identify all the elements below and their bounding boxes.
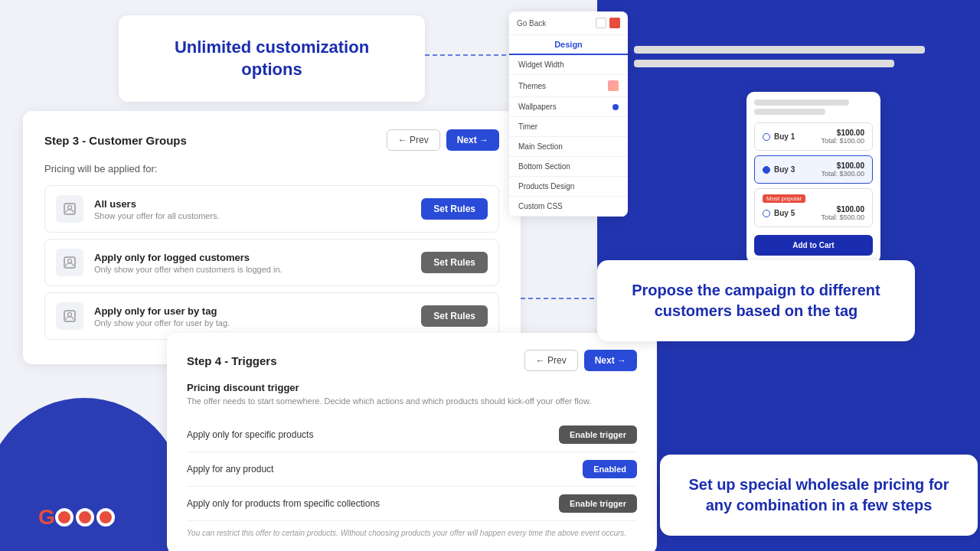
tag-sub: Only show your offer for user by tag. [94,318,230,328]
products-design-menu[interactable]: Products Design [509,177,628,197]
trigger-row-any-product: Apply for any product Enabled [187,452,637,487]
unlimited-customization-title: Unlimited customization options [149,37,394,80]
radio-buy5 [763,210,770,217]
logo-circle-1 [55,508,74,527]
logged-set-rules-btn[interactable]: Set Rules [421,252,488,273]
trigger-specific-products-label: Apply only for specific products [187,429,313,440]
trigger-footer-note: You can restrict this offer to certain p… [187,529,637,537]
custom-css-menu[interactable]: Custom CSS [509,197,628,217]
svg-point-1 [68,206,72,210]
pricing-option-buy3[interactable]: Buy 3 $100.00 Total: $300.00 [754,155,873,184]
buy3-price: $100.00 Total: $300.00 [821,161,864,178]
window-icon [596,18,606,28]
add-to-cart-btn[interactable]: Add to Cart [754,235,873,256]
triggers-next-btn[interactable]: Next → [584,350,637,371]
customer-row-all-users: All users Show your offer for all custom… [44,185,499,233]
customer-row-text-logged: Apply only for logged customers Only sho… [94,252,283,274]
pricing-label: Pricing will be applied for: [44,163,499,174]
color-swatch [608,80,619,91]
customer-icon-tag [56,302,83,330]
customer-groups-header: Step 3 - Customer Groups ← Prev Next → [44,129,499,151]
trigger-section-title: Pricing discount trigger [187,382,637,393]
trigger-any-product-btn[interactable]: Enabled [583,460,637,478]
buy1-price: $100.00 Total: $100.00 [821,129,864,145]
skeleton-bar-2 [634,60,894,67]
triggers-prev-btn[interactable]: ← Prev [524,350,578,371]
pricing-option-buy5[interactable]: Most popular Buy 5 $100.00 Total: $500.0… [754,188,873,227]
timer-menu[interactable]: Timer [509,117,628,137]
themes-menu[interactable]: Themes [509,75,628,97]
radio-buy1 [763,133,770,141]
all-users-main: All users [94,198,220,210]
bottom-section-menu[interactable]: Bottom Section [509,157,628,177]
trigger-specific-products-btn[interactable]: Enable trigger [559,425,637,444]
customer-row-left-tag: Apply only for user by tag Only show you… [56,302,230,330]
buy5-label: Buy 5 [774,209,795,217]
customer-row-left-logged: Apply only for logged customers Only sho… [56,249,283,276]
customer-icon-all-users [56,195,83,223]
customer-row-logged: Apply only for logged customers Only sho… [44,239,499,286]
close-icon [609,18,620,28]
triggers-nav-buttons: ← Prev Next → [524,350,637,371]
most-popular-badge: Most popular [763,194,805,203]
active-dot [612,104,619,110]
buy3-label: Buy 3 [774,165,795,174]
tag-set-rules-btn[interactable]: Set Rules [421,305,488,327]
customer-row-left-all-users: All users Show your offer for all custom… [56,195,220,223]
logo-circle-2 [76,508,94,527]
customer-groups-step-title: Step 3 - Customer Groups [44,134,187,147]
widget-width-menu[interactable]: Widget Width [509,55,628,75]
svg-point-5 [68,313,72,317]
pricing-option-buy1[interactable]: Buy 1 $100.00 Total: $100.00 [754,122,873,151]
triggers-step-title: Step 4 - Triggers [187,354,277,367]
customer-groups-next-btn[interactable]: Next → [446,129,499,151]
trigger-row-collections: Apply only for products from specific co… [187,487,637,521]
buy1-label: Buy 1 [774,132,795,141]
all-users-set-rules-btn[interactable]: Set Rules [421,198,488,220]
propose-callout-text: Propose the campaign to different custom… [620,280,892,321]
customer-groups-panel: Step 3 - Customer Groups ← Prev Next → P… [23,111,521,364]
logged-main: Apply only for logged customers [94,252,283,263]
propose-callout: Propose the campaign to different custom… [597,260,915,341]
wholesale-callout-text: Set up special wholesale pricing for any… [683,474,955,516]
logo-circles [55,508,115,527]
tag-main: Apply only for user by tag [94,305,230,317]
logged-sub: Only show your offer when customers is l… [94,265,283,274]
all-users-sub: Show your offer for all customers. [94,211,220,220]
unlimited-customization-card: Unlimited customization options [119,15,425,102]
svg-point-3 [68,259,72,263]
buy5-inner: Buy 5 $100.00 Total: $500.00 [763,205,864,221]
design-panel: Go Back Design Widget Width Themes Wallp… [509,11,628,217]
wallpapers-menu[interactable]: Wallpapers [509,97,628,117]
customer-groups-nav: ← Prev Next → [387,129,499,151]
trigger-section-sub: The offer needs to start somewhere. Deci… [187,396,637,406]
logo-area: G [38,505,115,530]
widget-skeleton-1 [754,99,849,106]
triggers-panel: Step 4 - Triggers ← Prev Next → Pricing … [167,333,657,551]
trigger-any-product-label: Apply for any product [187,464,273,474]
trigger-collections-btn[interactable]: Enable trigger [559,494,637,513]
logo-circle-3 [96,508,115,527]
trigger-row-specific-products: Apply only for specific products Enable … [187,418,637,452]
trigger-collections-label: Apply only for products from specific co… [187,498,380,509]
skeleton-bars [634,46,925,73]
skeleton-bar-1 [634,46,925,54]
logo-g: G [38,505,55,530]
radio-buy3 [763,166,770,174]
widget-skeleton-2 [754,109,825,115]
customer-row-text-all-users: All users Show your offer for all custom… [94,198,220,220]
customer-row-text-tag: Apply only for user by tag Only show you… [94,305,230,328]
design-panel-header: Go Back [509,11,628,35]
buy5-price: $100.00 Total: $500.00 [821,205,864,221]
design-panel-icons [596,18,620,28]
design-tab[interactable]: Design [509,35,628,55]
triggers-nav: Step 4 - Triggers ← Prev Next → [187,350,637,371]
wholesale-callout: Set up special wholesale pricing for any… [660,455,978,536]
customer-groups-prev-btn[interactable]: ← Prev [387,129,440,151]
customer-icon-logged [56,249,83,276]
pricing-widget: Buy 1 $100.00 Total: $100.00 Buy 3 $100.… [746,92,880,263]
go-back-btn[interactable]: Go Back [517,19,546,28]
main-section-menu[interactable]: Main Section [509,137,628,157]
